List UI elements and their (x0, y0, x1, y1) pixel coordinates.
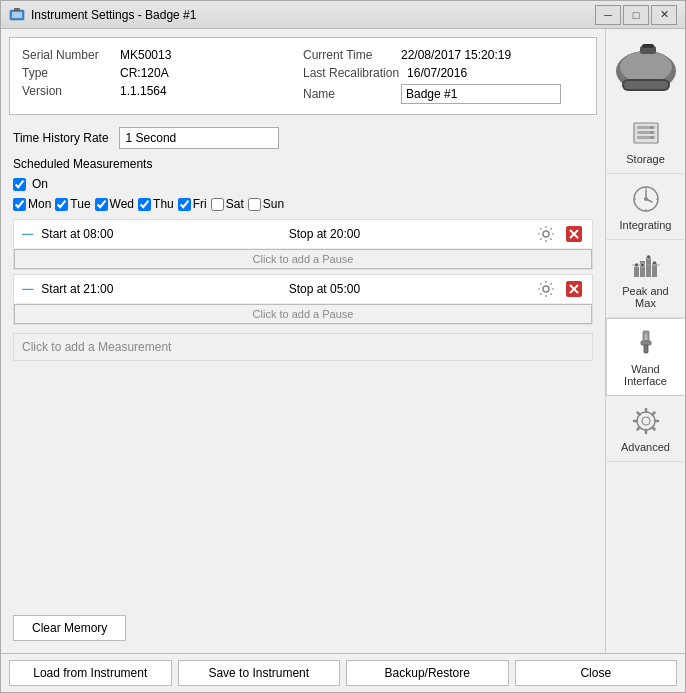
peak-icon (630, 249, 662, 281)
svg-line-55 (637, 427, 639, 429)
mon-checkbox[interactable] (13, 198, 26, 211)
day-mon: Mon (13, 197, 51, 211)
svg-rect-20 (650, 127, 653, 129)
tue-label: Tue (70, 197, 90, 211)
title-bar: Instrument Settings - Badge #1 ─ □ ✕ (1, 1, 685, 29)
close-button[interactable]: Close (515, 660, 678, 686)
sidebar-storage-button[interactable]: Storage (606, 108, 685, 174)
clear-memory-button[interactable]: Clear Memory (13, 615, 126, 641)
gear-icon-2 (537, 280, 555, 298)
time-history-rate-row: Time History Rate 1 Second 2 Seconds 5 S… (13, 127, 593, 149)
svg-line-54 (652, 413, 654, 415)
save-to-instrument-button[interactable]: Save to Instrument (178, 660, 341, 686)
peak-label: Peak and Max (611, 285, 680, 309)
thu-checkbox[interactable] (138, 198, 151, 211)
fri-checkbox[interactable] (178, 198, 191, 211)
name-row: Name (303, 82, 584, 106)
sun-checkbox[interactable] (248, 198, 261, 211)
measurement-row-1: ─ Start at 08:00 Stop at 20:00 (14, 220, 592, 249)
load-from-instrument-button[interactable]: Load from Instrument (9, 660, 172, 686)
add-pause-2-button[interactable]: Click to add a Pause (14, 304, 592, 324)
delete-measurement-1-button[interactable] (564, 224, 584, 244)
add-pause-1-button[interactable]: Click to add a Pause (14, 249, 592, 269)
sidebar-integrating-button[interactable]: Integrating (606, 174, 685, 240)
on-checkbox-row: On (13, 177, 593, 191)
measurement-block-1: ─ Start at 08:00 Stop at 20:00 (13, 219, 593, 270)
maximize-button[interactable]: □ (623, 5, 649, 25)
measurement-block-2: ─ Start at 21:00 Stop at 05:00 (13, 274, 593, 325)
sun-label: Sun (263, 197, 284, 211)
svg-point-38 (634, 263, 638, 267)
app-icon (9, 7, 25, 23)
sat-checkbox[interactable] (211, 198, 224, 211)
measurement-2-start: Start at 21:00 (41, 282, 280, 296)
gear-icon (537, 225, 555, 243)
day-thu: Thu (138, 197, 174, 211)
svg-rect-45 (645, 334, 647, 340)
time-history-dropdown-container: 1 Second 2 Seconds 5 Seconds 10 Seconds … (119, 127, 279, 149)
settings-section: Time History Rate 1 Second 2 Seconds 5 S… (1, 119, 605, 607)
sat-label: Sat (226, 197, 244, 211)
day-sun: Sun (248, 197, 284, 211)
fri-label: Fri (193, 197, 207, 211)
remove-measurement-2-button[interactable]: ─ (22, 281, 33, 297)
close-window-button[interactable]: ✕ (651, 5, 677, 25)
svg-rect-44 (644, 345, 648, 353)
sidebar-advanced-button[interactable]: Advanced (606, 396, 685, 462)
on-checkbox[interactable] (13, 178, 26, 191)
day-tue: Tue (55, 197, 90, 211)
current-time-value: 22/08/2017 15:20:19 (401, 48, 511, 62)
measurement-1-start: Start at 08:00 (41, 227, 280, 241)
sidebar-peak-button[interactable]: Peak and Max (606, 240, 685, 318)
left-panel: Serial Number MK50013 Type CR:120A Versi… (1, 29, 605, 653)
add-measurement-button[interactable]: Click to add a Measurement (13, 333, 593, 361)
svg-point-7 (543, 286, 549, 292)
day-fri: Fri (178, 197, 207, 211)
device-image (612, 41, 680, 101)
version-row: Version 1.1.1564 (22, 82, 303, 100)
main-window: Instrument Settings - Badge #1 ─ □ ✕ Ser… (0, 0, 686, 693)
title-bar-controls: ─ □ ✕ (595, 5, 677, 25)
right-sidebar: Storage Integrating (605, 29, 685, 653)
delete-icon (565, 225, 583, 243)
storage-label: Storage (626, 153, 665, 165)
integrating-label: Integrating (620, 219, 672, 231)
minimize-button[interactable]: ─ (595, 5, 621, 25)
tue-checkbox[interactable] (55, 198, 68, 211)
svg-point-39 (640, 263, 644, 267)
measurement-2-stop: Stop at 05:00 (289, 282, 528, 296)
name-input[interactable] (401, 84, 561, 104)
mon-label: Mon (28, 197, 51, 211)
svg-point-40 (646, 255, 650, 259)
backup-restore-button[interactable]: Backup/Restore (346, 660, 509, 686)
name-label: Name (303, 87, 393, 101)
device-info-section: Serial Number MK50013 Type CR:120A Versi… (9, 37, 597, 115)
svg-rect-33 (634, 267, 639, 277)
day-wed: Wed (95, 197, 134, 211)
svg-point-41 (652, 261, 656, 265)
type-row: Type CR:120A (22, 64, 303, 82)
main-content: Serial Number MK50013 Type CR:120A Versi… (1, 29, 685, 653)
wand-icon (630, 327, 662, 359)
delete-measurement-2-button[interactable] (564, 279, 584, 299)
wand-label: Wand Interface (611, 363, 680, 387)
advanced-icon (630, 405, 662, 437)
svg-rect-2 (14, 8, 20, 11)
sidebar-wand-button[interactable]: Wand Interface (606, 318, 685, 396)
svg-rect-22 (650, 132, 653, 134)
svg-rect-17 (642, 44, 654, 48)
svg-point-47 (642, 417, 650, 425)
type-label: Type (22, 66, 112, 80)
storage-icon (630, 117, 662, 149)
window-title: Instrument Settings - Badge #1 (31, 8, 196, 22)
remove-measurement-1-button[interactable]: ─ (22, 226, 33, 242)
time-history-rate-dropdown[interactable]: 1 Second 2 Seconds 5 Seconds 10 Seconds … (119, 127, 279, 149)
settings-measurement-1-button[interactable] (536, 224, 556, 244)
serial-number-row: Serial Number MK50013 (22, 46, 303, 64)
info-col-right: Current Time 22/08/2017 15:20:19 Last Re… (303, 46, 584, 106)
wed-checkbox[interactable] (95, 198, 108, 211)
thu-label: Thu (153, 197, 174, 211)
measurement-row-2: ─ Start at 21:00 Stop at 05:00 (14, 275, 592, 304)
settings-measurement-2-button[interactable] (536, 279, 556, 299)
title-bar-left: Instrument Settings - Badge #1 (9, 7, 196, 23)
